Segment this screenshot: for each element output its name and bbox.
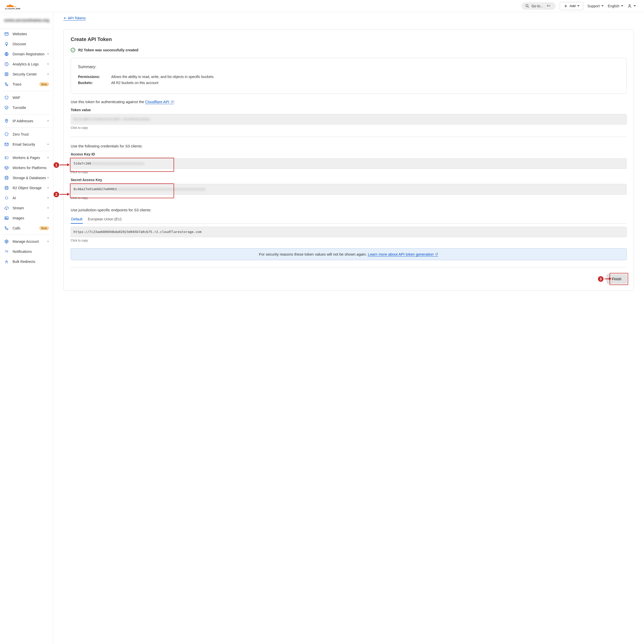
turnstile-icon [4,105,9,110]
sidebar-item-zero-trust[interactable]: Zero Trust [0,129,53,139]
clock-icon [4,62,9,67]
sidebar-item-calls[interactable]: Calls Beta [0,223,53,233]
chevron-down-icon [47,120,49,122]
chevron-down-icon [621,5,623,7]
add-button[interactable]: Add [560,2,583,10]
token-value-label: Token value [71,108,627,112]
copy-hint-access-key[interactable]: Click to copy [71,170,627,174]
sidebar-item-label: Bulk Redirects [13,260,49,264]
language-menu[interactable]: English [608,4,623,8]
sidebar-item-discover[interactable]: Discover [0,39,53,49]
sidebar-item-domain-registration[interactable]: Domain Registration [0,49,53,59]
sidebar-item-label: Notifications [13,250,49,254]
copy-hint-secret-key[interactable]: Click to copy [71,196,627,200]
sidebar-item-stream[interactable]: Stream [0,203,53,213]
support-menu[interactable]: Support [587,4,604,8]
user-icon [627,4,632,8]
breadcrumb-api-tokens[interactable]: API Tokens [63,16,86,21]
sidebar-item-label: Websites [13,32,49,36]
sidebar-item-r2-object-storage[interactable]: R2 Object Storage [0,183,53,193]
annotation-marker-2: 2 [53,191,60,198]
chevron-down-icon [47,64,49,65]
svg-rect-14 [7,85,8,86]
tab-eu[interactable]: European Union (EU) [87,215,122,223]
sidebar-item-images[interactable]: Images [0,213,53,223]
sidebar-item-storage-databases[interactable]: Storage & Databases [0,173,53,183]
sidebar-item-label: WAF [13,96,49,100]
sidebar-item-label: Workers for Platforms [13,166,49,170]
brand-logo[interactable]: CLOUDFLARE [4,2,27,11]
sidebar-item-email-security[interactable]: Email Security [0,139,53,149]
learn-more-link[interactable]: Learn more about API token generation [368,252,438,257]
svg-point-24 [6,241,7,242]
account-name[interactable]: some.accountname.org [0,12,53,29]
sidebar-item-notifications[interactable]: Notifications [0,247,53,257]
chevron-down-icon [47,74,49,75]
global-search[interactable]: Go to... ⌘K [521,2,556,10]
chevron-down-icon [633,5,636,7]
annotation-arrow-1 [60,165,69,165]
box-icon [4,165,9,170]
sidebar-item-label: IP Addresses [13,119,47,123]
chevron-down-icon [47,241,49,242]
svg-point-1 [526,5,528,7]
beta-badge: Beta [39,82,49,86]
secret-key-box[interactable]: 8c48a27e91a66627e800b3xxxxxxxxxxxxxxxxxx… [71,184,627,194]
pin-icon [4,118,9,124]
user-menu[interactable] [627,4,636,8]
sidebar-item-trace[interactable]: Trace Beta [0,79,53,89]
sidebar-item-manage-account[interactable]: Manage Account [0,236,53,247]
svg-line-2 [528,7,529,8]
s3-text: Use the following credentials for S3 cli… [71,144,627,148]
sidebar-item-label: Images [13,216,47,220]
secret-key-label: Secret Access Key [71,178,627,182]
sidebar-item-bulk-redirects[interactable]: Bulk Redirects [0,257,53,267]
image-icon [4,216,9,221]
sidebar-item-security-center[interactable]: Security Center [0,69,53,79]
chevron-down-icon [47,157,49,158]
sidebar-item-label: Storage & Databases [13,176,47,180]
token-value-box[interactable]: Njx2oaM2tolbs8oxIomloNYh oAiGmPamuXeOwo [71,114,627,125]
workers-icon [4,155,9,160]
access-key-box[interactable]: 51da7c166xxxxxxxxxxxxxxxxxxxxxxxxxxx [71,158,627,169]
external-link-icon [171,100,174,103]
sidebar-item-ai[interactable]: AI [0,193,53,203]
endpoint-box[interactable]: https://7c23ae689694bda02023d045b7a0cb75… [71,227,627,237]
sidebar-item-analytics-logs[interactable]: Analytics & Logs [0,59,53,69]
sidebar-item-ip-addresses[interactable]: IP Addresses [0,116,53,126]
external-link-icon [435,253,438,256]
sidebar-item-turnstile[interactable]: Turnstile [0,103,53,113]
redirect-icon [4,259,9,264]
permissions-label: Permissions: [78,75,111,79]
annotation-marker-1: 1 [53,162,60,168]
tab-default[interactable]: Default [71,215,83,224]
copy-hint-endpoint[interactable]: Click to copy [71,239,627,242]
sidebar-item-workers-platforms[interactable]: Workers for Platforms [0,163,53,173]
success-text: R2 Token was successfully created [78,48,138,52]
main-content: API Tokens Create API Token R2 Token was… [53,12,644,644]
svg-point-5 [629,5,630,6]
sidebar-item-waf[interactable]: WAF [0,93,53,103]
beta-badge: Beta [39,226,49,230]
search-placeholder: Go to... [532,4,543,8]
chevron-down-icon [601,5,604,7]
check-circle-icon [71,48,75,52]
trace-icon [4,82,9,87]
sidebar-item-workers-pages[interactable]: Workers & Pages [0,153,53,163]
sidebar-item-websites[interactable]: Websites [0,29,53,39]
window-icon [4,31,9,36]
access-key-label: Access Key ID [71,152,627,156]
svg-point-20 [5,186,8,187]
endpoint-tabs: Default European Union (EU) [71,215,627,224]
jurisdiction-text: Use jurisdiction-specific endpoints for … [71,208,627,212]
auth-text: Use this token for authenticating agains… [71,100,627,104]
svg-point-19 [5,176,8,177]
shield-box-icon [4,72,9,77]
sidebar-item-label: Zero Trust [13,132,49,136]
mail-icon [4,142,9,147]
cloud-icon [4,206,9,211]
copy-hint-token[interactable]: Click to copy [71,126,627,130]
chevron-down-icon [47,208,49,209]
chevron-down-icon [47,177,49,178]
cloudflare-api-link[interactable]: Cloudflare API [145,100,174,104]
